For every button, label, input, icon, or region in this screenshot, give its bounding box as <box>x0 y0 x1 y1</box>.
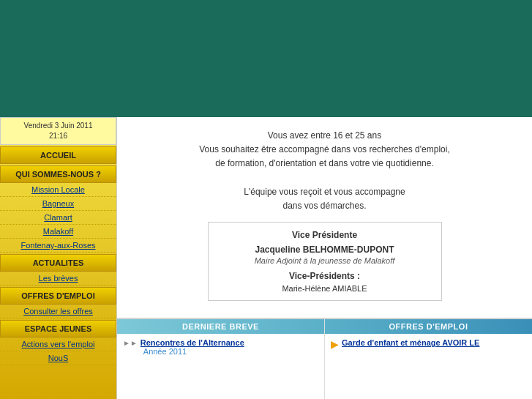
panel-derniere-breve: DERNIERE BREVE ►► Rencontres de l'Altern… <box>117 319 325 399</box>
sidebar: Vendredi 3 Juin 2011 21:16 ACCUEIL QUI S… <box>0 117 117 399</box>
breve-year: Année 2011 <box>143 347 187 356</box>
panel-breve-body: ►► Rencontres de l'Alternance Année 2011 <box>117 334 324 362</box>
sidebar-item-mission-locale[interactable]: Mission Locale <box>0 183 116 197</box>
sidebar-item-actions-vers[interactable]: Actions vers l'emploi <box>0 338 116 351</box>
sidebar-item-bagneux[interactable]: Bagneux <box>0 197 116 211</box>
sidebar-item-clamart[interactable]: Clamart <box>0 211 116 225</box>
panel-offres-emploi: OFFRES D'EMPLOI ▶ Garde d'enfant et ména… <box>325 319 532 399</box>
sidebar-item-consulter-offres[interactable]: Consulter les offres <box>0 305 116 318</box>
vp-name: Jacqueline BELHOMME-DUPONT <box>220 245 430 255</box>
sidebar-item-nous[interactable]: NouS <box>0 351 116 365</box>
sidebar-item-accueil[interactable]: ACCUEIL <box>0 146 116 164</box>
breve-item-content: Rencontres de l'Alternance Année 2011 <box>141 338 244 356</box>
time-text: 21:16 <box>49 132 67 140</box>
sidebar-date: Vendredi 3 Juin 2011 21:16 <box>0 117 116 145</box>
sidebar-item-espace-jeunes[interactable]: ESPACE JEUNES <box>0 320 116 338</box>
sidebar-item-actualites[interactable]: ACTUALITES <box>0 254 116 272</box>
intro-line5: dans vos démarches. <box>135 199 514 213</box>
bottom-panels: DERNIERE BREVE ►► Rencontres de l'Altern… <box>117 318 532 399</box>
content-top: Vous avez entre 16 et 25 ans Vous souhai… <box>117 117 532 318</box>
main-wrapper: Vendredi 3 Juin 2011 21:16 ACCUEIL QUI S… <box>0 117 532 399</box>
sidebar-item-malakoff[interactable]: Malakoff <box>0 225 116 239</box>
breve-item: ►► Rencontres de l'Alternance Année 2011 <box>123 338 318 356</box>
top-header-bg <box>0 0 532 117</box>
vp-plural: Vice-Présidents : <box>220 271 430 281</box>
intro-text: Vous avez entre 16 et 25 ans Vous souhai… <box>135 129 514 213</box>
date-text: Vendredi 3 Juin 2011 <box>24 122 93 130</box>
sidebar-item-qui-sommes[interactable]: QUI SOMMES-NOUS ? <box>0 165 116 183</box>
sidebar-item-offres-emploi[interactable]: OFFRES D'EMPLOI <box>0 287 116 305</box>
intro-line2: Vous souhaitez être accompagné dans vos … <box>135 143 514 157</box>
offres-arrow-icon: ▶ <box>331 338 339 350</box>
offres-link[interactable]: Garde d'enfant et ménage AVOIR LE <box>342 338 479 347</box>
intro-line4: L'équipe vous reçoit et vous accompagne <box>135 185 514 199</box>
offres-item: ▶ Garde d'enfant et ménage AVOIR LE <box>331 338 526 350</box>
vp-role: Maire Adjoint à la jeunesse de Malakoff <box>220 256 430 265</box>
main-content: Vous avez entre 16 et 25 ans Vous souhai… <box>117 117 532 399</box>
panel-breve-header: DERNIERE BREVE <box>117 319 324 334</box>
vp-title: Vice Présidente <box>220 230 430 240</box>
intro-line3: de formation, d'orientation et dans votr… <box>135 157 514 171</box>
intro-line1: Vous avez entre 16 et 25 ans <box>135 129 514 143</box>
breve-arrow-icon: ►► <box>123 339 138 347</box>
panel-offres-body: ▶ Garde d'enfant et ménage AVOIR LE <box>325 334 532 354</box>
sidebar-item-fontenay[interactable]: Fontenay-aux-Roses <box>0 239 116 253</box>
panel-offres-header: OFFRES D'EMPLOI <box>325 319 532 334</box>
vp-box: Vice Présidente Jacqueline BELHOMME-DUPO… <box>208 222 442 301</box>
vp-next: Marie-Hélène AMIABLE <box>220 284 430 293</box>
sidebar-item-les-breves[interactable]: Les brèves <box>0 272 116 286</box>
breve-link[interactable]: Rencontres de l'Alternance <box>141 338 244 347</box>
